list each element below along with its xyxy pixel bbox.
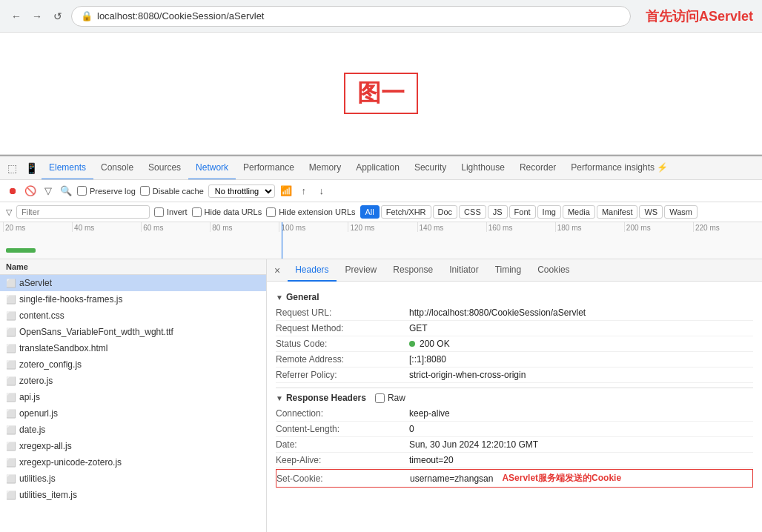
tick-3: 60 ms xyxy=(141,222,210,232)
tab-network[interactable]: Network xyxy=(188,156,236,180)
filter-fetch-xhr-button[interactable]: Fetch/XHR xyxy=(381,205,431,219)
file-row-utilities[interactable]: ⬜ utilities.js xyxy=(0,471,266,487)
hide-data-urls-checkbox[interactable] xyxy=(192,207,202,217)
tab-performance[interactable]: Performance xyxy=(236,156,302,180)
file-icon-openurl: ⬜ xyxy=(6,409,16,419)
file-name-date: date.js xyxy=(19,425,45,435)
url-text: localhost:8080/CookieSession/aServlet xyxy=(97,10,264,21)
detail-tab-timing[interactable]: Timing xyxy=(488,259,529,282)
file-icon-zotero: ⬜ xyxy=(6,376,16,386)
file-row-utilities-item[interactable]: ⬜ utilities_item.js xyxy=(0,487,266,503)
tab-performance-insights[interactable]: Performance insights ⚡ xyxy=(563,156,675,180)
reload-button[interactable]: ↺ xyxy=(50,9,65,24)
set-cookie-key: Set-Cookie: xyxy=(276,473,410,484)
detail-tab-response[interactable]: Response xyxy=(385,259,440,282)
preserve-log-checkbox[interactable] xyxy=(77,186,87,196)
search-button[interactable]: 🔍 xyxy=(59,184,73,198)
wifi-icon: 📶 xyxy=(279,184,293,198)
file-name-font: OpenSans_VariableFont_wdth_wght.ttf xyxy=(19,327,173,337)
hide-extension-urls-checkbox[interactable] xyxy=(266,207,276,217)
tick-8: 160 ms xyxy=(486,222,555,232)
tick-1: 20 ms xyxy=(3,222,72,232)
devtools-tab-bar: ⬚ 📱 Elements Console Sources Network Per… xyxy=(0,156,762,180)
file-row-zotero[interactable]: ⬜ zotero.js xyxy=(0,373,266,389)
preserve-log-checkbox-label[interactable]: Preserve log xyxy=(77,186,136,196)
raw-checkbox-label[interactable]: Raw xyxy=(375,393,405,403)
file-row-xregexp-unicode[interactable]: ⬜ xregexp-unicode-zotero.js xyxy=(0,454,266,471)
set-cookie-text: username=zhangsan xyxy=(410,473,493,484)
tab-application[interactable]: Application xyxy=(348,156,407,180)
date-value: Sun, 30 Jun 2024 12:20:10 GMT xyxy=(409,439,753,450)
filter-font-button[interactable]: Font xyxy=(509,205,536,219)
response-headers-section-header: Response Headers xyxy=(276,393,366,403)
raw-checkbox[interactable] xyxy=(375,393,385,403)
detail-tab-bar: × Headers Preview Response Initiator Tim… xyxy=(267,259,762,282)
file-row-content-css[interactable]: ⬜ content.css xyxy=(0,307,266,324)
detail-close-button[interactable]: × xyxy=(271,263,283,278)
disable-cache-checkbox[interactable] xyxy=(140,186,150,196)
filter-img-button[interactable]: Img xyxy=(537,205,561,219)
file-row-hooks[interactable]: ⬜ single-file-hooks-frames.js xyxy=(0,291,266,307)
filter-ws-button[interactable]: WS xyxy=(639,205,663,219)
filter-css-button[interactable]: CSS xyxy=(459,205,486,219)
tab-security[interactable]: Security xyxy=(407,156,454,180)
tick-4: 80 ms xyxy=(210,222,279,232)
filter-js-button[interactable]: JS xyxy=(488,205,508,219)
file-row-aservlet[interactable]: ⬜ aServlet xyxy=(0,275,266,291)
file-name-utilities-item: utilities_item.js xyxy=(19,490,77,500)
upload-icon[interactable]: ↑ xyxy=(297,184,311,198)
filter-doc-button[interactable]: Doc xyxy=(433,205,458,219)
filter-manifest-button[interactable]: Manifest xyxy=(597,205,638,219)
file-row-font[interactable]: ⬜ OpenSans_VariableFont_wdth_wght.ttf xyxy=(0,324,266,340)
tab-elements[interactable]: Elements xyxy=(42,156,93,180)
device-icon[interactable]: 📱 xyxy=(22,159,40,177)
file-list: Name ⬜ aServlet ⬜ single-file-hooks-fram… xyxy=(0,259,267,532)
filter-wasm-button[interactable]: Wasm xyxy=(664,205,698,219)
forward-button[interactable]: → xyxy=(30,9,44,24)
file-row-openurl[interactable]: ⬜ openurl.js xyxy=(0,405,266,422)
back-button[interactable]: ← xyxy=(9,9,24,24)
filter-input[interactable] xyxy=(16,205,150,219)
tick-6: 120 ms xyxy=(348,222,417,232)
stop-recording-button[interactable]: ⏺ xyxy=(6,184,19,198)
filter-all-button[interactable]: All xyxy=(360,205,380,219)
throttle-select[interactable]: No throttling xyxy=(208,184,275,198)
set-cookie-value: username=zhangsan AServlet服务端发送的Cookie xyxy=(410,472,752,485)
tab-console[interactable]: Console xyxy=(93,156,141,180)
file-list-header: Name xyxy=(0,259,266,275)
download-icon[interactable]: ↓ xyxy=(315,184,328,198)
tab-lighthouse[interactable]: Lighthouse xyxy=(454,156,512,180)
connection-value: keep-alive xyxy=(409,408,753,419)
invert-checkbox-label[interactable]: Invert xyxy=(154,207,188,217)
filter-bar: ▽ Invert Hide data URLs Hide extension U… xyxy=(0,202,762,222)
request-method-value: GET xyxy=(409,323,753,333)
status-code-key: Status Code: xyxy=(276,339,409,349)
request-url-value: http://localhost:8080/CookieSession/aSer… xyxy=(409,307,753,318)
tab-sources[interactable]: Sources xyxy=(141,156,188,180)
filter-button[interactable]: ▽ xyxy=(42,184,55,198)
detail-tab-preview[interactable]: Preview xyxy=(338,259,385,282)
file-icon-utilities: ⬜ xyxy=(6,474,16,484)
address-bar[interactable]: 🔒 localhost:8080/CookieSession/aServlet xyxy=(71,6,631,27)
detail-tab-cookies[interactable]: Cookies xyxy=(530,259,577,282)
file-row-xregexp-all[interactable]: ⬜ xregexp-all.js xyxy=(0,438,266,454)
devtools-panel: ⬚ 📱 Elements Console Sources Network Per… xyxy=(0,155,762,532)
hide-data-urls-checkbox-label[interactable]: Hide data URLs xyxy=(192,207,262,217)
hide-extension-urls-checkbox-label[interactable]: Hide extension URLs xyxy=(266,207,355,217)
file-icon-date: ⬜ xyxy=(6,425,16,435)
file-row-zotero-config[interactable]: ⬜ zotero_config.js xyxy=(0,356,266,373)
filter-media-button[interactable]: Media xyxy=(563,205,595,219)
inspect-icon[interactable]: ⬚ xyxy=(3,159,21,177)
file-icon-sandbox: ⬜ xyxy=(6,344,16,353)
clear-button[interactable]: 🚫 xyxy=(24,184,37,198)
tab-memory[interactable]: Memory xyxy=(302,156,348,180)
file-row-api[interactable]: ⬜ api.js xyxy=(0,389,266,405)
invert-checkbox[interactable] xyxy=(154,207,164,217)
file-row-date[interactable]: ⬜ date.js xyxy=(0,422,266,438)
detail-tab-initiator[interactable]: Initiator xyxy=(442,259,486,282)
file-name-aservlet: aServlet xyxy=(19,278,52,288)
detail-tab-headers[interactable]: Headers xyxy=(288,259,336,282)
disable-cache-checkbox-label[interactable]: Disable cache xyxy=(140,186,204,196)
file-row-sandbox[interactable]: ⬜ translateSandbox.html xyxy=(0,340,266,356)
tab-recorder[interactable]: Recorder xyxy=(512,156,563,180)
